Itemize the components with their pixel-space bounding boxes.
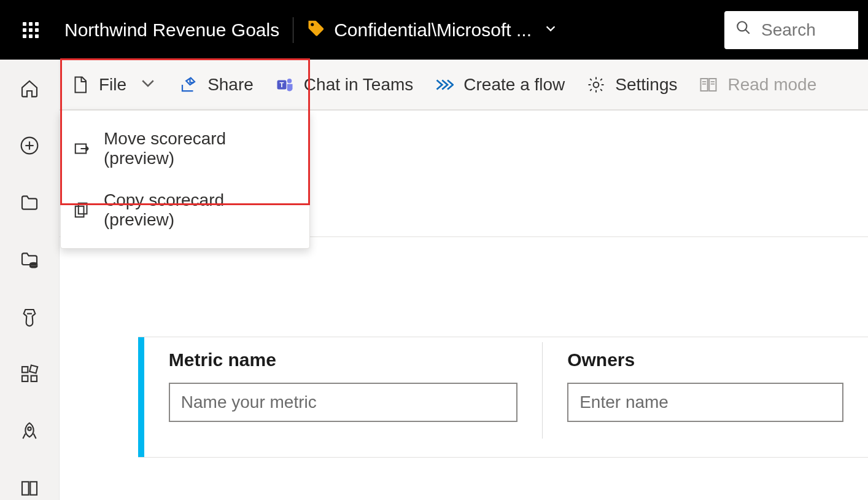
waffle-icon: [23, 22, 39, 38]
copy-scorecard-label: Copy scorecard (preview): [104, 190, 297, 230]
left-nav-rail: [0, 60, 60, 500]
svg-rect-8: [22, 367, 28, 372]
chat-label: Chat in Teams: [304, 75, 413, 95]
svg-rect-20: [710, 79, 716, 91]
nav-home[interactable]: [17, 77, 42, 100]
settings-button[interactable]: Settings: [587, 75, 677, 95]
svg-rect-19: [701, 79, 708, 91]
nav-deployment[interactable]: [17, 420, 42, 443]
flow-icon: [435, 76, 454, 94]
svg-point-6: [29, 262, 37, 266]
owners-block: Owners: [542, 342, 868, 439]
svg-point-18: [594, 82, 599, 87]
svg-rect-26: [79, 203, 87, 214]
metric-card: Metric name Owners: [138, 337, 868, 458]
document-title: Northwind Revenue Goals: [64, 20, 279, 41]
classification-label[interactable]: Confidential\Microsoft ...: [334, 20, 532, 41]
accent-bar: [138, 337, 144, 457]
file-icon: [71, 76, 89, 94]
search-input[interactable]: [760, 20, 840, 41]
copy-scorecard-item[interactable]: Copy scorecard (preview): [61, 179, 309, 241]
share-icon: [179, 76, 198, 94]
metric-name-label: Metric name: [169, 350, 517, 370]
content-column: File Share T Chat in Teams Create a flow…: [60, 60, 868, 500]
nav-learn[interactable]: [17, 477, 42, 500]
owners-input[interactable]: [567, 383, 843, 422]
file-label: File: [99, 75, 126, 95]
read-mode-button[interactable]: Read mode: [699, 75, 816, 95]
share-label: Share: [207, 75, 254, 95]
move-scorecard-label: Move scorecard (preview): [104, 129, 297, 168]
top-header: Northwind Revenue Goals Confidential\Mic…: [0, 0, 868, 60]
svg-point-0: [311, 23, 314, 26]
chevron-down-icon[interactable]: [544, 21, 557, 39]
copy-icon: [73, 201, 91, 219]
svg-rect-14: [30, 482, 37, 495]
nav-create[interactable]: [17, 134, 42, 157]
svg-point-12: [28, 428, 31, 431]
tag-icon: [307, 18, 325, 41]
svg-rect-13: [22, 482, 29, 495]
main-area: File Share T Chat in Teams Create a flow…: [0, 60, 868, 500]
move-icon: [73, 139, 91, 158]
create-flow-button[interactable]: Create a flow: [435, 75, 565, 95]
svg-rect-27: [76, 206, 84, 217]
settings-label: Settings: [615, 75, 677, 95]
nav-metrics[interactable]: [17, 306, 42, 329]
divider: [293, 17, 293, 43]
move-scorecard-item[interactable]: Move scorecard (preview): [61, 118, 309, 179]
chat-teams-button[interactable]: T Chat in Teams: [276, 75, 413, 95]
file-dropdown-menu: Move scorecard (preview) Copy scorecard …: [60, 110, 310, 249]
svg-rect-10: [31, 376, 37, 381]
svg-rect-11: [29, 365, 37, 373]
read-mode-label: Read mode: [727, 75, 816, 95]
gear-icon: [587, 76, 605, 94]
svg-point-1: [737, 21, 746, 31]
flow-label: Create a flow: [463, 75, 565, 95]
svg-text:T: T: [279, 80, 284, 88]
svg-point-17: [287, 79, 292, 84]
nav-browse[interactable]: [17, 191, 42, 214]
search-box[interactable]: [724, 11, 858, 49]
command-ribbon: File Share T Chat in Teams Create a flow…: [60, 60, 868, 110]
read-mode-icon: [699, 76, 718, 94]
metric-name-input[interactable]: [169, 383, 517, 422]
owners-label: Owners: [567, 350, 843, 370]
chevron-down-icon: [139, 74, 157, 95]
search-icon: [735, 20, 751, 40]
svg-line-2: [745, 29, 750, 34]
svg-rect-9: [22, 376, 28, 381]
nav-apps[interactable]: [17, 363, 42, 386]
metric-name-block: Metric name: [144, 337, 542, 457]
share-button[interactable]: Share: [179, 75, 254, 95]
teams-icon: T: [276, 76, 294, 94]
app-launcher-button[interactable]: [21, 21, 40, 39]
nav-data-hub[interactable]: [17, 248, 42, 271]
file-menu-button[interactable]: File: [71, 74, 157, 95]
